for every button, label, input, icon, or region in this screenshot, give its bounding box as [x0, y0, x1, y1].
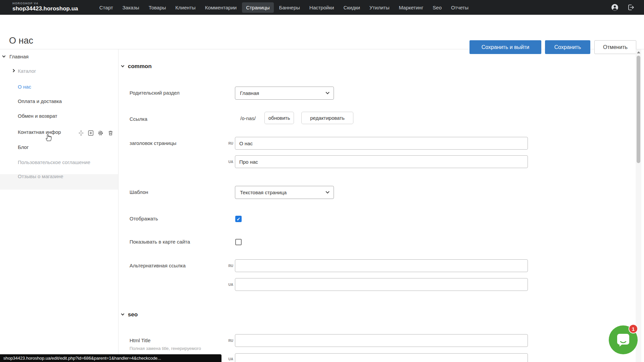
- html-title-hint: Полная замена title, генерируемого: [130, 346, 201, 351]
- menu-item-comments[interactable]: Комментарии: [201, 2, 241, 13]
- scrollbar-thumb[interactable]: [637, 56, 640, 163]
- settings-icon[interactable]: [98, 130, 103, 136]
- menu-item-reports[interactable]: Отчеты: [447, 2, 473, 13]
- menu-item-start[interactable]: Старт: [95, 2, 117, 13]
- sidebar-item-soglashenie[interactable]: Пользовательское соглашение: [18, 159, 90, 165]
- chevron-down-icon: [326, 190, 329, 193]
- shop-domain: shop34423.horoshop.ua: [12, 5, 78, 12]
- page-title: О нас: [9, 36, 33, 46]
- parent-section-label: Родительский раздел: [130, 90, 180, 96]
- menu-item-products[interactable]: Товары: [145, 2, 170, 13]
- sidebar-item-otzyvy[interactable]: Отзывы о магазине: [18, 173, 63, 179]
- link-preview-statusbar: shop34423.horoshop.ua/edit/edit.php?id=6…: [0, 354, 221, 362]
- page-header: О нас Сохранить и выйти Сохранить Отмени…: [0, 15, 644, 49]
- trash-icon[interactable]: [108, 130, 113, 136]
- display-checkbox[interactable]: ✓: [235, 216, 242, 222]
- move-icon[interactable]: [78, 130, 84, 136]
- parent-section-value: Главная: [240, 90, 259, 96]
- chevron-down-icon[interactable]: [2, 54, 6, 58]
- chat-unread-badge[interactable]: 1: [629, 324, 638, 333]
- parent-section-select[interactable]: Главная: [235, 87, 334, 100]
- main-menu: Старт Заказы Товары Клиенты Комментарии …: [95, 0, 473, 15]
- menu-item-orders[interactable]: Заказы: [118, 2, 143, 13]
- link-path: /o-nas/: [240, 115, 256, 121]
- page-title-ru-input[interactable]: [235, 137, 528, 150]
- menu-item-settings[interactable]: Настройки: [305, 2, 338, 13]
- hand-cursor: [44, 133, 53, 143]
- alt-link-ua-input[interactable]: [235, 278, 528, 291]
- save-and-exit-button[interactable]: Сохранить и выйти: [469, 40, 541, 54]
- horoshop-admin-page: HOROSHOP V4 shop34423.horoshop.ua Старт …: [0, 0, 644, 362]
- lang-badge-ua: UA: [220, 283, 233, 287]
- sidebar-item-katalog[interactable]: Каталог: [18, 68, 36, 74]
- menu-item-pages[interactable]: Страницы: [242, 2, 274, 13]
- template-select[interactable]: Текстовая страница: [235, 186, 334, 199]
- scrollbar[interactable]: [636, 49, 641, 362]
- logout-icon[interactable]: [627, 4, 635, 11]
- add-icon[interactable]: [88, 130, 94, 136]
- lang-badge-ua: UA: [220, 357, 233, 361]
- chevron-down-icon: [326, 90, 329, 94]
- lang-badge-ru: RU: [220, 339, 233, 343]
- template-label: Шаблон: [130, 189, 148, 195]
- user-avatar-icon[interactable]: [611, 4, 618, 11]
- pages-tree-sidebar: Главная Каталог О нас Оплата и доставка …: [0, 49, 118, 362]
- section-common-chevron-icon[interactable]: [121, 64, 125, 67]
- top-navigation-bar: HOROSHOP V4 shop34423.horoshop.ua Старт …: [0, 0, 644, 15]
- alt-link-label: Альтернативная ссылка: [130, 263, 186, 268]
- template-value: Текстовая страница: [240, 190, 287, 195]
- menu-item-seo[interactable]: Seo: [429, 2, 446, 13]
- menu-item-banners[interactable]: Баннеры: [275, 2, 304, 13]
- save-button[interactable]: Сохранить: [545, 40, 590, 54]
- check-icon: ✓: [237, 216, 241, 222]
- sidebar-item-blog[interactable]: Блог: [18, 144, 29, 150]
- sidebar-item-kontaktnaya[interactable]: Контактная инфор: [18, 129, 61, 135]
- link-label: Ссылка: [130, 116, 147, 122]
- link-edit-button[interactable]: редактировать: [301, 112, 353, 124]
- menu-item-utilities[interactable]: Утилиты: [365, 2, 394, 13]
- chevron-right-icon[interactable]: [12, 69, 15, 72]
- html-title-ua-input[interactable]: [235, 353, 528, 362]
- sitemap-checkbox[interactable]: [235, 239, 242, 245]
- scrollbar-up-arrow[interactable]: [637, 51, 640, 53]
- sidebar-item-obmen[interactable]: Обмен и возврат: [18, 113, 57, 119]
- link-update-button[interactable]: обновить: [264, 112, 294, 124]
- lang-badge-ru: RU: [220, 142, 233, 145]
- sidebar-item-glavnaya[interactable]: Главная: [9, 54, 29, 59]
- menu-item-clients[interactable]: Клиенты: [171, 2, 200, 13]
- sidebar-item-o-nas[interactable]: О нас: [18, 84, 31, 90]
- html-title-ru-input[interactable]: [235, 334, 528, 347]
- chat-bubble-icon: [615, 332, 631, 348]
- lang-badge-ua: UA: [220, 160, 233, 164]
- page-title-label: заголовок страницы: [130, 140, 177, 146]
- cancel-button[interactable]: Отменить: [594, 40, 636, 54]
- menu-item-discounts[interactable]: Скидки: [339, 2, 364, 13]
- alt-link-ru-input[interactable]: [235, 259, 528, 272]
- menu-item-marketing[interactable]: Маркетинг: [395, 2, 427, 13]
- section-common-header[interactable]: common: [128, 63, 152, 70]
- section-seo-header[interactable]: seo: [128, 311, 138, 318]
- section-seo-chevron-icon[interactable]: [121, 312, 125, 316]
- brand-logo[interactable]: HOROSHOP V4 shop34423.horoshop.ua: [12, 2, 78, 12]
- sidebar-item-oplata[interactable]: Оплата и доставка: [18, 98, 62, 104]
- display-label: Отображать: [130, 216, 158, 221]
- sitemap-label: Показывать в карте сайта: [130, 239, 190, 245]
- page-title-ua-input[interactable]: [235, 155, 528, 168]
- brand-version: HOROSHOP V4: [12, 2, 78, 5]
- lang-badge-ru: RU: [220, 264, 233, 268]
- html-title-label: Html Title: [130, 338, 151, 343]
